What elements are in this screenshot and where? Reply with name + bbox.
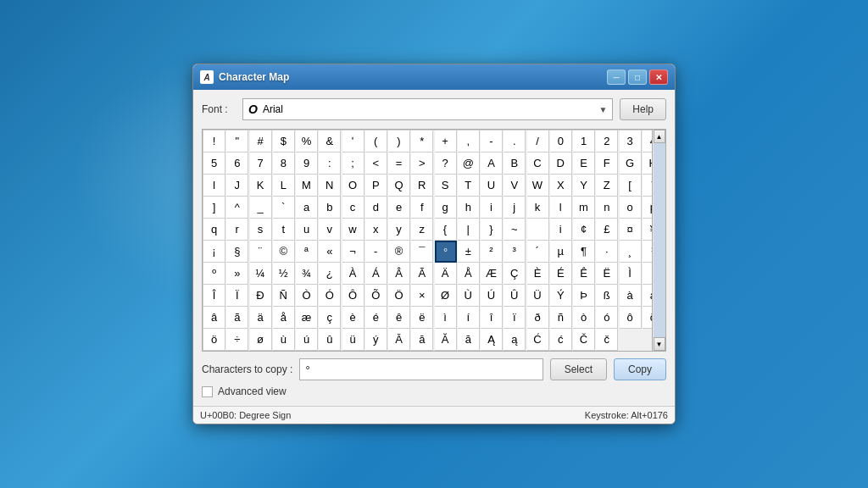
char-cell[interactable]: Æ [481,263,503,285]
close-button[interactable]: ✕ [649,69,668,85]
char-cell[interactable]: y [388,219,410,241]
char-cell[interactable]: · [596,241,618,263]
char-cell[interactable]: Č [573,329,595,351]
char-cell[interactable]: Õ [365,285,387,307]
char-cell[interactable]: ' [342,130,364,152]
char-cell[interactable]: # [250,130,272,152]
char-cell[interactable]: Ý [550,285,572,307]
char-cell[interactable]: g [435,197,457,219]
char-cell[interactable]: { [435,219,457,241]
char-cell[interactable]: ÷ [226,329,248,351]
char-cell[interactable]: Þ [573,285,595,307]
char-cell[interactable]: ø [250,329,272,351]
char-cell[interactable]: ° [435,241,457,263]
char-cell[interactable]: ! [203,130,225,152]
select-button[interactable]: Select [550,358,607,380]
scrollbar[interactable]: ▲ ▼ [652,130,665,351]
char-cell[interactable]: h [458,197,480,219]
char-cell[interactable]: ¿ [319,263,341,285]
char-cell[interactable]: ç [319,307,341,329]
char-cell[interactable]: e [388,197,410,219]
char-cell[interactable]: j [504,197,526,219]
char-cell[interactable]: 9 [296,152,318,175]
char-cell[interactable]: - [481,130,503,152]
char-cell[interactable]: ] [203,197,225,219]
char-cell[interactable]: ì [435,307,457,329]
char-cell[interactable]: î [481,307,503,329]
char-cell[interactable]: 6 [226,152,248,175]
char-cell[interactable]: l [550,197,572,219]
char-cell[interactable]: i [550,219,572,241]
char-cell[interactable] [527,219,549,241]
char-cell[interactable]: £ [596,219,618,241]
char-cell[interactable]: × [411,285,433,307]
char-cell[interactable]: ª [296,241,318,263]
char-cell[interactable]: K [250,175,272,197]
char-cell[interactable]: J [226,175,248,197]
char-cell[interactable]: Ü [527,285,549,307]
copy-button[interactable]: Copy [614,358,666,380]
char-cell[interactable]: Î [203,285,225,307]
char-cell[interactable]: ; [342,152,364,175]
char-cell[interactable]: Y [573,175,595,197]
char-cell[interactable]: Ì [620,263,642,285]
minimize-button[interactable]: ─ [607,69,626,85]
char-cell[interactable]: Ă [435,329,457,351]
scroll-track[interactable] [654,143,665,337]
char-cell[interactable]: d [365,197,387,219]
char-cell[interactable]: ê [388,307,410,329]
char-cell[interactable]: º [203,263,225,285]
char-cell[interactable]: k [527,197,549,219]
char-cell[interactable]: S [435,175,457,197]
char-cell[interactable]: Ð [250,285,272,307]
char-cell[interactable]: ó [596,307,618,329]
char-cell[interactable]: ¡ [203,241,225,263]
char-cell[interactable]: 1 [573,130,595,152]
char-cell[interactable]: f [411,197,433,219]
char-cell[interactable]: ¸ [620,241,642,263]
char-cell[interactable]: _ [250,197,272,219]
char-cell[interactable]: A [481,152,503,175]
char-cell[interactable]: Ú [481,285,503,307]
char-cell[interactable]: | [458,219,480,241]
char-cell[interactable]: I [203,175,225,197]
char-cell[interactable]: / [527,130,549,152]
char-cell[interactable]: Ï [226,285,248,307]
char-cell[interactable]: ( [365,130,387,152]
char-cell[interactable]: s [250,219,272,241]
char-cell[interactable]: ć [550,329,572,351]
char-cell[interactable]: Ö [388,285,410,307]
char-cell[interactable]: } [481,219,503,241]
char-cell[interactable]: V [504,175,526,197]
char-cell[interactable]: T [458,175,480,197]
char-cell[interactable]: ² [481,241,503,263]
char-cell[interactable]: Q [388,175,410,197]
char-cell[interactable]: L [273,175,295,197]
char-cell[interactable]: $ [273,130,295,152]
char-cell[interactable]: û [319,329,341,351]
char-cell[interactable]: : [319,152,341,175]
char-cell[interactable]: à [620,285,642,307]
char-cell[interactable]: ¼ [250,263,272,285]
char-cell[interactable]: > [411,152,433,175]
char-cell[interactable]: ā [411,329,433,351]
char-cell[interactable]: F [596,152,618,175]
char-cell[interactable]: 7 [250,152,272,175]
char-cell[interactable]: ¬ [342,241,364,263]
char-cell[interactable]: Ñ [273,285,295,307]
char-cell[interactable]: ö [203,329,225,351]
char-cell[interactable]: 2 [596,130,618,152]
char-cell[interactable]: » [226,263,248,285]
char-cell[interactable]: ¾ [296,263,318,285]
char-cell[interactable]: í [458,307,480,329]
char-cell[interactable]: ¤ [620,219,642,241]
char-cell[interactable]: R [411,175,433,197]
char-cell[interactable]: Ć [527,329,549,351]
char-cell[interactable]: Ą [481,329,503,351]
char-cell[interactable]: č [596,329,618,351]
char-cell[interactable]: - [365,241,387,263]
char-cell[interactable]: = [388,152,410,175]
char-cell[interactable]: µ [550,241,572,263]
maximize-button[interactable]: □ [628,69,647,85]
char-cell[interactable]: % [296,130,318,152]
